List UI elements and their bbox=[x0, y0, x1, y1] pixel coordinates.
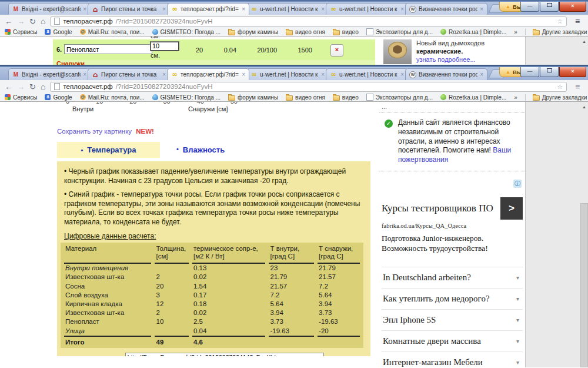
axis-tick: 50 bbox=[230, 102, 238, 105]
bookmark-item[interactable]: Экспозиторы для д... bbox=[366, 28, 433, 35]
tab-close-icon[interactable]: × bbox=[83, 71, 86, 78]
bookmark-item[interactable]: Google bbox=[45, 94, 72, 101]
home-button[interactable]: ⌂ bbox=[41, 82, 45, 91]
maximize-button[interactable] bbox=[540, 67, 559, 77]
menu-button[interactable]: ≡ bbox=[572, 17, 583, 25]
browser-tab[interactable]: u-wert.net | Новости к × bbox=[246, 3, 329, 15]
browser-tab[interactable]: Пирог стены и точка × bbox=[88, 68, 170, 80]
tab-close-icon[interactable]: × bbox=[83, 6, 86, 12]
tab-close-icon[interactable]: × bbox=[162, 71, 166, 78]
tab-close-icon[interactable]: × bbox=[321, 71, 325, 78]
reload-button[interactable]: ↻ bbox=[29, 18, 36, 25]
other-bookmarks-folder[interactable]: Другие закладки bbox=[525, 29, 587, 35]
bookmark-item[interactable]: GISMETEO: Погода ... bbox=[152, 29, 220, 35]
page-content: 0 10 20 30 40 50 Внутри Снаружи [см] Сох… bbox=[0, 102, 588, 367]
forward-button[interactable]: → bbox=[17, 83, 25, 91]
bookmark-item[interactable]: Google bbox=[45, 29, 72, 35]
ad-list-item[interactable]: In Deutschland arbeiten? ▾ bbox=[382, 267, 523, 288]
tab-temperature[interactable]: • Температура bbox=[57, 142, 160, 158]
bookmarks-overflow-chevron[interactable]: » bbox=[514, 94, 517, 101]
tab-humidity[interactable]: • Влажность bbox=[176, 145, 225, 154]
bookmark-item[interactable]: Mail.Ru: почта, пои... bbox=[80, 29, 145, 35]
bookmark-item[interactable]: форум камины bbox=[228, 29, 278, 35]
save-image-link[interactable]: Сохранить эту картинку bbox=[57, 128, 132, 135]
browser-tab[interactable]: u-wert.net | Новости к × bbox=[246, 68, 329, 80]
tab-close-icon[interactable]: × bbox=[162, 6, 166, 12]
chevron-down-icon: ▾ bbox=[516, 274, 519, 281]
bookmark-item[interactable]: Mail.Ru: почта, пои... bbox=[80, 94, 145, 101]
sidebar-ad[interactable]: Курсы тестировщиков ПО > fabrika.od.ua/К… bbox=[379, 197, 525, 254]
menu-button[interactable]: ≡ bbox=[572, 82, 583, 91]
tab-close-icon[interactable]: × bbox=[242, 6, 245, 12]
tab-title: u-wert.net | Новости к bbox=[339, 71, 398, 78]
bookmark-item[interactable]: форум камины bbox=[228, 94, 278, 101]
bookmarks-overflow-chevron[interactable]: » bbox=[514, 29, 517, 35]
ad-info-icon[interactable]: ⓘ bbox=[513, 180, 522, 188]
bookmark-item[interactable]: Rozetka.ua | Dimple... bbox=[440, 94, 506, 101]
tab-close-icon[interactable]: × bbox=[480, 6, 483, 12]
forward-button[interactable]: → bbox=[17, 18, 25, 25]
ad-list-item[interactable]: Эпл Iphone 5S ▾ bbox=[382, 309, 523, 330]
bookmark-item[interactable]: Экспозиторы для д... bbox=[366, 94, 433, 101]
ad-list-item[interactable]: Интернет-магазин Мебели ▾ bbox=[382, 352, 523, 367]
bookmark-item[interactable]: Сервисы bbox=[5, 94, 37, 101]
bookmark-label: видео огня bbox=[295, 94, 325, 101]
chimney-ad[interactable]: Новый вид дымоходов керамические. узнать… bbox=[383, 39, 522, 65]
bookmark-item[interactable]: Rozetka.ua | Dimple... bbox=[440, 29, 506, 35]
ad-more-link[interactable]: узнать подробнее... bbox=[416, 56, 485, 64]
url-path: /?rid=20150827203924nuoFyvH bbox=[116, 83, 213, 90]
bookmark-star-icon[interactable]: ☆ bbox=[557, 18, 563, 25]
back-button[interactable]: ← bbox=[5, 83, 12, 91]
bookmark-item[interactable]: видео огня bbox=[286, 94, 325, 101]
tab-close-icon[interactable]: × bbox=[400, 71, 404, 78]
ad-list-item[interactable]: Как утеплить дом недорого? ▾ bbox=[382, 288, 523, 309]
bookmark-favicon bbox=[333, 30, 340, 35]
other-bookmarks-folder[interactable]: Другие закладки bbox=[525, 94, 587, 101]
scroll-up-arrow[interactable]: ▲ bbox=[582, 39, 586, 44]
bookmark-label: Google bbox=[53, 94, 72, 101]
address-bar[interactable]: теплорасчет.рф /?rid=20150827203924nuoFy… bbox=[50, 82, 567, 92]
address-bar[interactable]: теплорасчет.рф /?rid=20150827203924nuoFy… bbox=[50, 16, 567, 26]
tab-close-icon[interactable]: × bbox=[321, 6, 325, 12]
minimize-button[interactable]: — bbox=[520, 67, 539, 77]
scroll-up-arrow[interactable]: ▲ bbox=[582, 105, 586, 109]
material-name-input[interactable] bbox=[64, 44, 152, 54]
browser-tab[interactable]: Визначення точки рос × bbox=[405, 3, 487, 15]
delete-row-button[interactable]: × bbox=[330, 44, 343, 57]
ad-title[interactable]: Курсы тестировщиков ПО bbox=[382, 203, 493, 214]
cell-t-in: 7.2 bbox=[269, 291, 314, 300]
tab-close-icon[interactable]: × bbox=[480, 71, 483, 78]
ad-list-item[interactable]: Комнатные двери массива ▾ bbox=[382, 330, 523, 352]
thickness-input[interactable] bbox=[151, 42, 179, 51]
scrollbar-thumb[interactable] bbox=[580, 203, 588, 367]
browser-tab[interactable]: теплорасчет.рф/?rid= × bbox=[167, 3, 249, 15]
reload-button[interactable]: ↻ bbox=[29, 83, 36, 91]
bookmark-item[interactable]: Сервисы bbox=[5, 29, 37, 35]
minimize-button[interactable]: — bbox=[520, 2, 539, 12]
row-value: 20 bbox=[196, 47, 203, 54]
browser-tab[interactable]: u-wert.net | Новости к × bbox=[326, 68, 408, 80]
ad-chevron-button[interactable]: > bbox=[500, 197, 523, 220]
browser-tab[interactable]: Вхідні - expert@scanfc × bbox=[8, 68, 91, 80]
bookmark-star-icon[interactable]: ☆ bbox=[557, 83, 563, 91]
home-button[interactable]: ⌂ bbox=[41, 17, 45, 25]
close-button[interactable]: × bbox=[559, 2, 586, 12]
bookmark-item[interactable]: видео bbox=[333, 29, 359, 35]
bookmark-item[interactable]: видео bbox=[333, 94, 359, 101]
browser-tab[interactable]: u-wert.net | Новости к × bbox=[326, 3, 408, 15]
browser-tab[interactable]: Пирог стены и точка × bbox=[88, 3, 170, 15]
browser-tab[interactable]: Визначення точки рос × bbox=[405, 68, 487, 80]
cell-thickness: 2 bbox=[155, 309, 188, 317]
tab-close-icon[interactable]: × bbox=[400, 6, 404, 12]
maximize-button[interactable] bbox=[540, 2, 559, 12]
back-button[interactable]: ← bbox=[5, 18, 12, 25]
result-link-input[interactable] bbox=[125, 353, 324, 356]
bookmark-item[interactable]: видео огня bbox=[286, 29, 325, 35]
bookmark-item[interactable]: GISMETEO: Погода ... bbox=[152, 94, 220, 101]
browser-tab[interactable]: теплорасчет.рф/?rid= × bbox=[167, 68, 249, 80]
tab-title: u-wert.net | Новости к bbox=[339, 6, 398, 12]
browser-tab[interactable]: Вхідні - expert@scanfc × bbox=[8, 3, 91, 15]
close-button[interactable]: × bbox=[559, 67, 586, 77]
tab-close-icon[interactable]: × bbox=[242, 71, 245, 78]
chevron-down-icon: ▾ bbox=[516, 359, 519, 366]
